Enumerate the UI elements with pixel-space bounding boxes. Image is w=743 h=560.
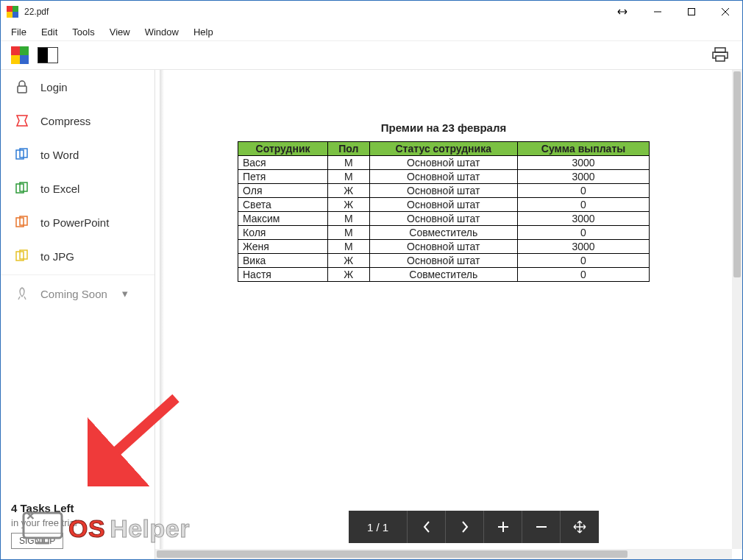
table-cell: Вика [238,254,328,268]
table-row: НастяЖСовместитель0 [238,268,650,282]
table-row: ВикаЖОсновной штат0 [238,254,650,268]
table-cell: Коля [238,226,328,240]
table-cell: 3000 [517,170,649,184]
table-cell: Основной штат [369,156,517,170]
sidebar-item-login[interactable]: Login [1,70,154,104]
drag-handle-icon[interactable] [611,1,633,23]
chevron-down-icon: ▾ [122,287,128,300]
tasks-left-label: 4 Tasks Left [11,502,144,514]
table-row: ВасяМОсновной штат3000 [238,156,650,170]
table-cell: Совместитель [369,268,517,282]
horizontal-scrollbar[interactable] [155,549,732,559]
logo-icon[interactable] [11,46,29,64]
table-header: Пол [328,142,369,156]
sidebar-item-label: Login [40,81,68,93]
svg-rect-5 [689,9,695,15]
table-cell: Основной штат [369,184,517,198]
sidebar-item-to-word[interactable]: to Word [1,138,154,171]
theme-toggle[interactable] [38,47,58,63]
table-cell: М [328,212,369,226]
menu-edit[interactable]: Edit [35,25,63,39]
table-cell: М [328,156,369,170]
table-cell: 0 [517,268,649,282]
table-cell: Основной штат [369,240,517,254]
document-title: Премии на 23 февраля [186,121,701,134]
menu-window[interactable]: Window [139,25,185,39]
table-cell: 0 [517,254,649,268]
pdf-page: Премии на 23 февраля СотрудникПолСтатус … [164,70,723,304]
svg-rect-3 [13,12,18,18]
table-row: ОляЖОсновной штат0 [238,184,650,198]
table-header: Сотрудник [238,142,328,156]
table-cell: Ж [328,254,369,268]
sidebar-item-to-powerpoint[interactable]: to PowerPoint [1,205,154,239]
window-title: 22.pdf [24,7,49,17]
main: Login Compress to Word to Excel to Power… [1,70,742,559]
menu-view[interactable]: View [104,25,136,39]
table-cell: 3000 [517,156,649,170]
next-page-button[interactable] [446,511,484,543]
table-header: Сумма выплаты [517,142,649,156]
menu-help[interactable]: Help [188,25,219,39]
table-cell: 3000 [517,240,649,254]
page-number[interactable]: 1 / 1 [349,511,408,543]
rocket-icon [14,286,30,302]
sidebar-item-label: to Excel [40,182,79,195]
fit-page-button[interactable] [561,511,599,543]
sidebar-item-label: to PowerPoint [40,216,109,229]
table-cell: Света [238,198,328,212]
table-cell: Ж [328,268,369,282]
sidebar-item-to-jpg[interactable]: to JPG [1,239,154,273]
table-cell: Петя [238,170,328,184]
minimize-button[interactable] [641,1,675,23]
zoom-in-button[interactable] [484,511,522,543]
table-cell: 0 [517,184,649,198]
sidebar-item-to-excel[interactable]: to Excel [1,171,154,205]
trial-label: in your free trial [11,517,144,528]
sidebar-item-compress[interactable]: Compress [1,104,154,138]
menu-tools[interactable]: Tools [66,25,100,39]
zoom-out-button[interactable] [522,511,561,543]
maximize-button[interactable] [675,1,708,23]
toolbar [1,40,742,70]
close-button[interactable] [708,1,742,23]
svg-rect-2 [7,12,13,18]
page-scroll-area[interactable]: Премии на 23 февраля СотрудникПолСтатус … [155,70,732,549]
svg-rect-10 [716,56,725,61]
table-row: ЖеняМОсновной штат3000 [238,240,650,254]
sidebar-footer: 4 Tasks Left in your free trial SIGN UP [11,502,144,549]
table-cell: М [328,170,369,184]
sidebar-item-coming-soon[interactable]: Coming Soon ▾ [1,277,154,311]
lock-icon [14,79,30,95]
sidebar-item-label: to JPG [40,250,74,263]
table-cell: Оля [238,184,328,198]
compress-icon [14,113,30,129]
page-shadow [160,70,164,549]
table-cell: Настя [238,268,328,282]
sidebar-item-label: Compress [40,115,90,127]
menubar: File Edit Tools View Window Help [1,23,742,40]
table-cell: 0 [517,198,649,212]
print-button[interactable] [708,43,732,68]
table-row: СветаЖОсновной штат0 [238,198,650,212]
sidebar-item-label: Coming Soon [40,288,107,300]
signup-button[interactable]: SIGN UP [11,533,63,549]
table-cell: М [328,240,369,254]
vertical-scrollbar[interactable] [732,70,742,549]
sidebar-separator [1,274,154,275]
svg-rect-1 [13,6,18,12]
prev-page-button[interactable] [408,511,446,543]
vertical-scroll-thumb[interactable] [733,71,741,277]
viewer: Премии на 23 февраля СотрудникПолСтатус … [155,70,742,559]
table-cell: Совместитель [369,226,517,240]
table-cell: 3000 [517,212,649,226]
word-icon [14,146,30,163]
svg-rect-0 [7,6,13,12]
powerpoint-icon [14,214,30,230]
table-cell: Основной штат [369,212,517,226]
table-header: Статус сотрудника [369,142,517,156]
horizontal-scroll-thumb[interactable] [157,550,628,558]
table-cell: Ж [328,184,369,198]
menu-file[interactable]: File [5,25,32,39]
table-row: МаксимМОсновной штат3000 [238,212,650,226]
